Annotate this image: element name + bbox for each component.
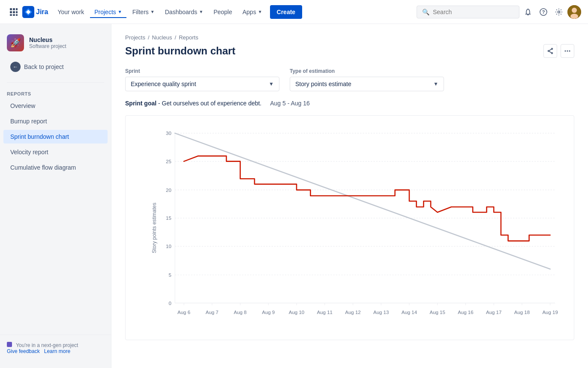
nav-projects[interactable]: Projects ▼: [90, 6, 126, 18]
sprint-filter-group: Sprint Experience quality sprint ▼: [125, 68, 279, 91]
svg-text:0: 0: [168, 301, 171, 306]
filters-row: Sprint Experience quality sprint ▼ Type …: [125, 68, 574, 91]
estimation-filter-select[interactable]: Story points estimate ▼: [290, 77, 444, 91]
svg-text:Aug 16: Aug 16: [458, 310, 473, 315]
give-feedback-link[interactable]: Give feedback: [7, 348, 40, 354]
svg-rect-3: [10, 11, 12, 13]
back-arrow-icon: ←: [10, 62, 21, 72]
svg-rect-6: [10, 14, 12, 16]
estimation-select-chevron: ▼: [433, 81, 438, 87]
nav-people[interactable]: People: [209, 6, 237, 18]
svg-rect-8: [16, 14, 18, 16]
svg-text:Aug 13: Aug 13: [373, 310, 389, 315]
page-actions: [543, 44, 574, 58]
user-avatar[interactable]: [567, 5, 581, 19]
svg-text:20: 20: [166, 188, 171, 193]
svg-rect-5: [16, 11, 18, 13]
sidebar-item-cumulative[interactable]: Cumulative flow diagram: [3, 161, 108, 174]
grid-menu-button[interactable]: [7, 5, 21, 19]
breadcrumb-nucleus[interactable]: Nucleus: [152, 34, 172, 41]
breadcrumb-sep-1: /: [148, 34, 150, 41]
svg-text:5: 5: [168, 272, 171, 278]
jira-logo-text: Jira: [36, 8, 48, 16]
sidebar-item-velocity[interactable]: Velocity report: [3, 145, 108, 159]
svg-text:Aug 19: Aug 19: [542, 310, 558, 315]
svg-point-18: [552, 53, 553, 54]
chart-y-label: Story points estimates: [151, 202, 157, 253]
svg-line-67: [175, 133, 550, 269]
sidebar-divider: [7, 82, 104, 83]
breadcrumb-projects[interactable]: Projects: [125, 34, 145, 41]
svg-point-21: [565, 51, 566, 52]
svg-rect-2: [16, 8, 18, 10]
learn-more-link[interactable]: Learn more: [44, 348, 70, 354]
create-button[interactable]: Create: [270, 5, 303, 19]
sprint-goal-text: - Get ourselves out of experience debt.: [158, 100, 261, 107]
svg-point-17: [548, 51, 549, 52]
burndown-chart: 0 5 10 15 20 25 30 Aug 6 Aug 7 Aug 8 Aug…: [151, 124, 565, 330]
svg-text:Aug 9: Aug 9: [262, 310, 275, 315]
sidebar-item-overview[interactable]: Overview: [3, 99, 108, 113]
breadcrumb-sep-2: /: [175, 34, 177, 41]
sidebar-item-burnup[interactable]: Burnup report: [3, 114, 108, 128]
svg-text:Aug 8: Aug 8: [234, 310, 247, 315]
grid-icon[interactable]: [7, 5, 21, 19]
svg-text:15: 15: [166, 215, 171, 221]
svg-text:25: 25: [166, 159, 171, 164]
more-options-button[interactable]: [561, 44, 574, 58]
svg-text:Aug 14: Aug 14: [402, 310, 417, 315]
svg-text:Aug 11: Aug 11: [317, 310, 333, 315]
notifications-button[interactable]: [521, 5, 535, 19]
svg-rect-0: [10, 8, 12, 10]
svg-text:10: 10: [166, 244, 171, 249]
chart-container: Story points estimates 0 5 10 15: [125, 115, 574, 340]
apps-chevron: ▼: [258, 9, 262, 14]
svg-text:?: ?: [542, 9, 545, 15]
svg-point-14: [572, 8, 577, 13]
nav-filters[interactable]: Filters ▼: [128, 6, 159, 18]
svg-line-20: [549, 51, 552, 53]
svg-text:Aug 18: Aug 18: [514, 310, 530, 315]
svg-point-16: [552, 48, 553, 50]
projects-chevron: ▼: [118, 9, 122, 14]
share-button[interactable]: [543, 44, 557, 58]
sidebar-footer: You're in a next-gen project Give feedba…: [0, 335, 111, 361]
project-name: Nucleus: [29, 36, 66, 43]
dashboards-chevron: ▼: [199, 9, 203, 14]
next-gen-indicator: [7, 342, 12, 347]
sprint-filter-value: Experience quality sprint: [131, 81, 196, 87]
svg-point-15: [570, 14, 578, 19]
project-icon: 🚀: [7, 34, 24, 51]
svg-text:Aug 12: Aug 12: [345, 310, 360, 315]
settings-button[interactable]: [552, 5, 566, 19]
project-header: 🚀 Nucleus Software project: [0, 31, 111, 58]
project-type: Software project: [29, 43, 66, 49]
search-box[interactable]: 🔍: [417, 6, 519, 18]
breadcrumb-reports[interactable]: Reports: [179, 34, 198, 41]
jira-logo[interactable]: Jira: [22, 6, 48, 18]
filters-chevron: ▼: [150, 9, 155, 14]
nav-your-work[interactable]: Your work: [53, 6, 88, 18]
page-title: Sprint burndown chart: [125, 45, 235, 57]
search-input[interactable]: [433, 9, 501, 15]
main-content: Projects / Nucleus / Reports Sprint burn…: [111, 24, 588, 368]
svg-rect-7: [13, 14, 15, 16]
search-icon: 🔍: [422, 9, 429, 15]
sprint-date-range: Aug 5 - Aug 16: [270, 100, 310, 107]
help-button[interactable]: ?: [537, 5, 550, 19]
sidebar-item-sprint-burndown[interactable]: Sprint burndown chart: [3, 130, 108, 144]
svg-rect-1: [13, 8, 15, 10]
estimation-filter-value: Story points estimate: [295, 81, 351, 87]
nav-dashboards[interactable]: Dashboards ▼: [161, 6, 207, 18]
sprint-filter-label: Sprint: [125, 68, 279, 74]
page-title-row: Sprint burndown chart: [125, 44, 574, 58]
svg-text:30: 30: [166, 131, 171, 136]
svg-text:Aug 10: Aug 10: [289, 310, 304, 315]
sprint-select-chevron: ▼: [269, 81, 274, 87]
back-to-project-button[interactable]: ← Back to project: [3, 58, 108, 75]
sprint-filter-select[interactable]: Experience quality sprint ▼: [125, 77, 279, 91]
page-layout: 🚀 Nucleus Software project ← Back to pro…: [0, 24, 588, 368]
svg-text:Aug 15: Aug 15: [430, 310, 445, 315]
nav-apps[interactable]: Apps ▼: [238, 6, 267, 18]
breadcrumb: Projects / Nucleus / Reports: [125, 34, 574, 41]
